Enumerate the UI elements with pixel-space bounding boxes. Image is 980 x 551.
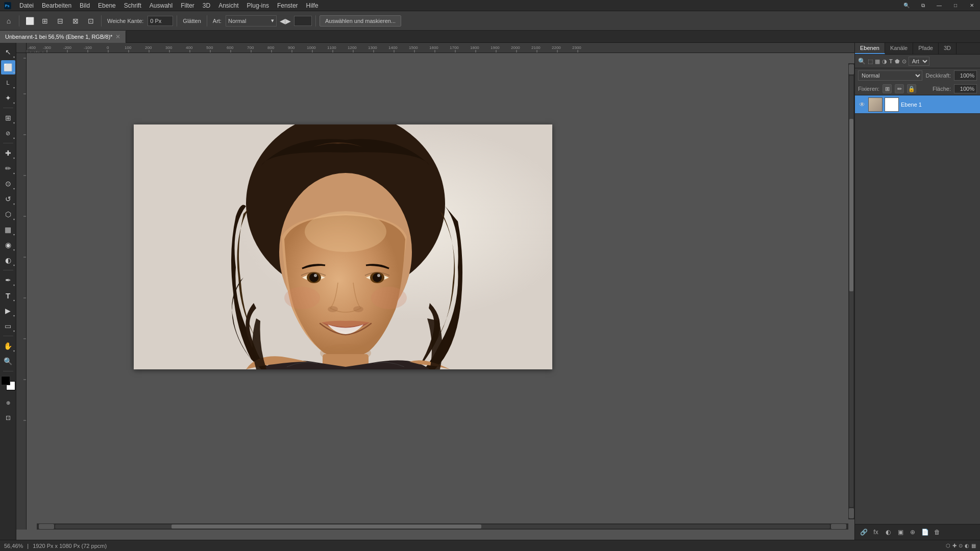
tool-magic-wand[interactable]: ✦▾ — [1, 91, 15, 105]
menu-filter[interactable]: Filter — [177, 0, 199, 11]
menu-schrift[interactable]: Schrift — [120, 0, 145, 11]
tab-ebenen[interactable]: Ebenen — [855, 43, 885, 54]
svg-text:1300: 1300 — [368, 45, 377, 50]
layer-item-1[interactable]: 👁 Ebene 1 — [855, 95, 980, 114]
art-dropdown[interactable]: Normal — [226, 15, 277, 27]
tool-gradient[interactable]: ▦▾ — [1, 222, 15, 237]
panel-group-btn[interactable]: ⊕ — [907, 527, 918, 538]
toolbar-prop-sel-btn[interactable]: ⊡ — [84, 14, 97, 28]
foreground-color-swatch[interactable] — [1, 376, 10, 385]
layers-type-filter[interactable]: Art — [909, 57, 929, 66]
search-icon: 🔍 — [858, 58, 866, 65]
select-mask-btn[interactable]: Auswählen und maskieren... — [320, 15, 401, 27]
layers-search-bar: 🔍 ⬚ ▦ ◑ T ⬟ ⊙ Art — [855, 55, 980, 68]
tool-lasso[interactable]: L▾ — [1, 76, 15, 90]
tool-selection-rect[interactable]: ⬜▾ — [1, 60, 15, 74]
menu-bild[interactable]: Bild — [76, 0, 94, 11]
opacity-input[interactable] — [954, 70, 977, 81]
fix-position-btn[interactable]: ⊞ — [883, 84, 892, 93]
canvas-area[interactable]: -400 -300 -200 -100 0 100 200 300 — [16, 43, 854, 540]
menu-fenster[interactable]: Fenster — [273, 0, 302, 11]
tool-stamp[interactable]: ⊙▾ — [1, 177, 15, 191]
toolbar-expand-btn[interactable]: ◀▶ — [279, 14, 292, 28]
toolbar-int-sel-btn[interactable]: ⊠ — [69, 14, 82, 28]
toolbar-num-input-1[interactable] — [294, 16, 312, 26]
vertical-scrollbar[interactable] — [848, 63, 854, 519]
tab-3d[interactable]: 3D — [939, 43, 957, 54]
menu-bearbeiten[interactable]: Bearbeiten — [38, 0, 76, 11]
toolbar-add-sel-btn[interactable]: ⊞ — [38, 14, 52, 28]
layer-type-text[interactable]: T — [889, 58, 893, 64]
window-arrange-btn[interactable]: ⧉ — [915, 0, 931, 11]
canvas-scroll[interactable] — [27, 53, 854, 530]
window-maximize-btn[interactable]: □ — [947, 0, 964, 11]
tool-crop[interactable]: ⊞▾ — [1, 111, 15, 125]
menu-ebene[interactable]: Ebene — [94, 0, 120, 11]
layer-type-adjustment[interactable]: ◑ — [882, 58, 887, 65]
layer-type-smart[interactable]: ⊙ — [902, 58, 906, 65]
window-search-btn[interactable]: 🔍 — [898, 0, 915, 11]
tab-pfade[interactable]: Pfade — [913, 43, 939, 54]
tool-shape[interactable]: ▭▾ — [1, 319, 15, 333]
toolbar-rect-sel-btn[interactable]: ⬜ — [23, 14, 36, 28]
tool-sep-5 — [3, 371, 13, 371]
tab-bar: Unbenannt-1 bei 56,5% (Ebene 1, RGB/8)* … — [0, 31, 980, 43]
horizontal-scrollbar[interactable] — [37, 523, 848, 530]
layer-visibility-toggle-1[interactable]: 👁 — [858, 101, 866, 109]
panel-mask-btn[interactable]: ◐ — [883, 527, 894, 538]
menu-ansicht[interactable]: Ansicht — [214, 0, 242, 11]
blend-mode-select[interactable]: Normal Aufhellen Abdunkeln Multipliziere… — [858, 70, 922, 81]
tool-path-select[interactable]: ▶▾ — [1, 304, 15, 318]
panel-adjustment-btn[interactable]: ▣ — [895, 527, 906, 538]
window-minimize-btn[interactable]: — — [931, 0, 947, 11]
panel-fx-btn[interactable]: fx — [870, 527, 881, 538]
tab-close-btn[interactable]: ✕ — [115, 33, 120, 40]
art-label: Art: — [211, 18, 224, 24]
svg-text:2300: 2300 — [572, 45, 581, 50]
panel-link-btn[interactable]: 🔗 — [858, 527, 869, 538]
layer-list: 👁 Ebene 1 — [855, 95, 980, 524]
fixieren-row: Fixieren: ⊞ ✏ 🔒 Fläche: — [855, 83, 980, 95]
tool-sep-2 — [3, 143, 13, 143]
tool-eraser[interactable]: ⬡▾ — [1, 207, 15, 221]
layer-type-pixel[interactable]: ▦ — [875, 58, 880, 65]
tab-kanale[interactable]: Kanäle — [885, 43, 913, 54]
tool-type[interactable]: T▾ — [1, 288, 15, 303]
tool-pen[interactable]: ✒▾ — [1, 273, 15, 287]
color-swatches[interactable] — [1, 376, 15, 390]
weiche-kante-input[interactable] — [148, 16, 173, 26]
menu-hilfe[interactable]: Hilfe — [302, 0, 323, 11]
svg-text:900: 900 — [288, 45, 295, 50]
tool-quick-mask[interactable]: ⊕ — [1, 395, 15, 410]
tool-screen-mode[interactable]: ⊡ — [1, 411, 15, 425]
fix-all-btn[interactable]: 🔒 — [907, 84, 916, 93]
menu-datei[interactable]: Datei — [15, 0, 38, 11]
document-tab[interactable]: Unbenannt-1 bei 56,5% (Ebene 1, RGB/8)* … — [0, 31, 126, 43]
tool-blur[interactable]: ◉▾ — [1, 238, 15, 252]
layer-type-all[interactable]: ⬚ — [868, 58, 873, 65]
menu-3d[interactable]: 3D — [199, 0, 214, 11]
opacity-label: Deckkraft: — [925, 72, 951, 79]
tool-dodge[interactable]: ◐▾ — [1, 253, 15, 267]
svg-text:1200: 1200 — [348, 45, 357, 50]
toolbar-sub-sel-btn[interactable]: ⊟ — [54, 14, 67, 28]
tool-healing[interactable]: ✚▾ — [1, 146, 15, 160]
tool-move[interactable]: ↖▾ — [1, 45, 15, 59]
layer-type-shape[interactable]: ⬟ — [895, 58, 900, 65]
window-close-btn[interactable]: ✕ — [964, 0, 980, 11]
panel-bottom-toolbar: 🔗 fx ◐ ▣ ⊕ 📄 🗑 — [855, 524, 980, 540]
panel-delete-layer-btn[interactable]: 🗑 — [932, 527, 943, 538]
menu-auswahl[interactable]: Auswahl — [145, 0, 177, 11]
tool-brush[interactable]: ✏▾ — [1, 161, 15, 176]
fix-pixel-btn[interactable]: ✏ — [895, 84, 904, 93]
toolbar-home-btn[interactable]: ⌂ — [2, 14, 15, 28]
svg-text:1700: 1700 — [450, 45, 459, 50]
panel-new-layer-btn[interactable]: 📄 — [919, 527, 930, 538]
tool-hand[interactable]: ✋▾ — [1, 339, 15, 353]
menu-plugins[interactable]: Plug-ins — [243, 0, 273, 11]
tool-history-brush[interactable]: ↺▾ — [1, 192, 15, 206]
tool-eyedropper[interactable]: ⊘▾ — [1, 126, 15, 140]
tool-zoom[interactable]: 🔍 — [1, 354, 15, 368]
photoshop-logo-icon: Ps — [4, 2, 12, 10]
flaeche-input[interactable] — [954, 84, 977, 93]
